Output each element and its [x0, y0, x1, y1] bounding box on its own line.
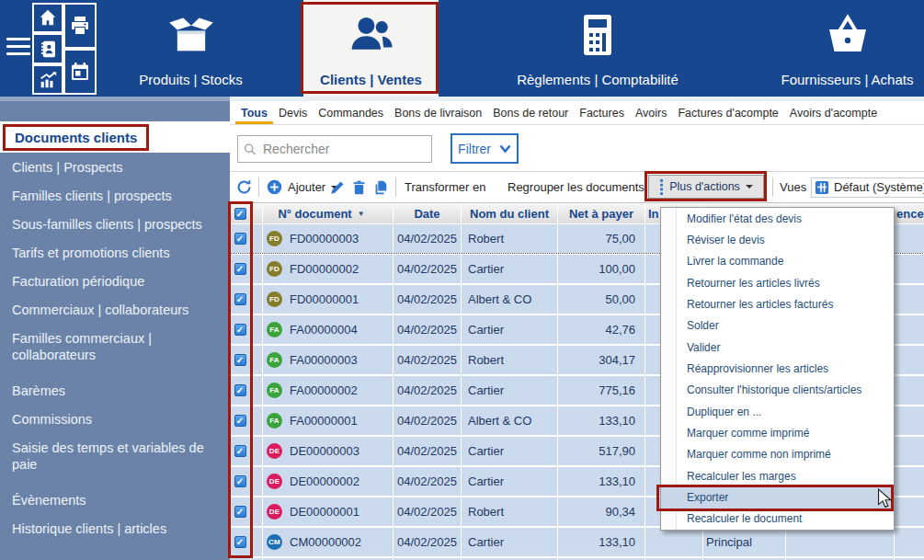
- doc-number-text: DE00000003: [290, 444, 359, 458]
- refresh-icon: [235, 178, 253, 196]
- menu-item-exporter[interactable]: Exporter: [661, 486, 894, 508]
- cell-doc-number: DEDE00000003: [263, 437, 394, 465]
- menu-item-recalculer-le-document[interactable]: Recalculer le document: [661, 509, 894, 530]
- tab-factures[interactable]: Factures: [574, 101, 630, 124]
- row-checkbox[interactable]: [234, 354, 246, 366]
- statistics-button[interactable]: [32, 64, 63, 95]
- mouse-cursor: [875, 488, 895, 509]
- menu-item-dupliquer-en[interactable]: Dupliquer en ...: [661, 401, 894, 422]
- sidebar-item-facturation-periodique[interactable]: Facturation périodique: [0, 267, 230, 295]
- contacts-button[interactable]: [32, 33, 63, 64]
- group-documents-button[interactable]: Regrouper les documents: [508, 173, 645, 201]
- cell-client: Robert: [462, 224, 558, 253]
- delete-button[interactable]: [351, 173, 367, 201]
- nav-module-label: Règlements | Comptabilité: [517, 72, 679, 87]
- nav-module-produits-stocks[interactable]: Produits | Stocks: [120, 0, 262, 97]
- nav-module-clients-ventes[interactable]: Clients | Ventes: [303, 0, 439, 97]
- hamburger-menu-icon[interactable]: [6, 38, 30, 58]
- sidebar-item-tarifs-et-promotions-clients[interactable]: Tarifs et promotions clients: [0, 238, 230, 267]
- tab-avoirs[interactable]: Avoirs: [630, 101, 673, 124]
- row-checkbox[interactable]: [234, 324, 246, 336]
- print-button[interactable]: [63, 3, 97, 49]
- sidebar-item-documents-clients[interactable]: Documents clients: [0, 121, 230, 153]
- row-checkbox[interactable]: [234, 445, 246, 457]
- menu-item-reapprovisionner-les-articles[interactable]: Réapprovisionner les articles: [661, 358, 894, 379]
- cell-date: 04/02/2025: [394, 497, 462, 526]
- menu-item-marquer-comme-non-imprime[interactable]: Marquer comme non imprimé: [661, 444, 894, 465]
- sidebar-item-commissions[interactable]: Commissions: [0, 405, 230, 433]
- cell-doc-number: FAFA00000001: [263, 406, 394, 435]
- search-input[interactable]: [261, 141, 431, 157]
- row-checkbox[interactable]: [234, 293, 246, 305]
- cell-indent: [251, 437, 263, 465]
- doc-type-badge: FA: [267, 352, 282, 368]
- tab-factures-d-acompte[interactable]: Factures d'acompte: [672, 101, 783, 124]
- sidebar-item-baremes[interactable]: Barèmes: [0, 376, 230, 405]
- home-button[interactable]: [32, 3, 63, 33]
- sidebar-item-commerciaux-collaborateurs[interactable]: Commerciaux | collaborateurs: [0, 295, 230, 324]
- header-date[interactable]: Date: [394, 203, 462, 223]
- address-book-icon: [39, 40, 58, 59]
- menu-item-reviser-le-devis[interactable]: Réviser le devis: [661, 229, 894, 250]
- menu-item-livrer-la-commande[interactable]: Livrer la commande: [661, 251, 894, 272]
- sidebar-item-historique-clients-articles[interactable]: Historique clients | articles: [0, 514, 230, 543]
- sidebar-item-familles-commerciaux-collaborateurs[interactable]: Familles commerciaux | collaborateurs: [0, 324, 230, 369]
- calendar-button[interactable]: [63, 49, 97, 95]
- select-all-checkbox[interactable]: [230, 203, 251, 223]
- document-tabs: TousDevisCommandesBons de livraisonBons …: [230, 101, 924, 125]
- cell-client: Albert & CO: [462, 285, 558, 314]
- menu-item-retourner-les-articles-factures[interactable]: Retourner les articles facturés: [661, 293, 894, 314]
- menu-item-valider[interactable]: Valider: [661, 337, 894, 358]
- tab-avoirs-d-acompte[interactable]: Avoirs d'acompte: [784, 101, 883, 124]
- duplicate-button[interactable]: [372, 173, 389, 201]
- sidebar-item-clients-prospects[interactable]: Clients | Prospects: [0, 153, 230, 181]
- header-fragment-right[interactable]: ence: [895, 203, 924, 223]
- search-box[interactable]: [237, 135, 432, 163]
- tab-bons-de-livraison[interactable]: Bons de livraison: [389, 101, 487, 124]
- row-checkbox[interactable]: [234, 384, 246, 396]
- tab-devis[interactable]: Devis: [273, 101, 313, 124]
- table-row[interactable]: CMCM0000000204/02/2025Cartier133,10Princ…: [230, 528, 924, 556]
- view-selector[interactable]: Défaut (Système): [811, 173, 924, 201]
- edit-button[interactable]: [329, 173, 346, 201]
- row-checkbox[interactable]: [234, 233, 246, 245]
- menu-item-modifier-l-etat-des-devis[interactable]: Modifier l'état des devis: [661, 208, 894, 229]
- more-actions-button[interactable]: Plus d'actions: [648, 175, 764, 199]
- transform-button[interactable]: Transformer en: [405, 173, 485, 201]
- cell-select: [230, 224, 251, 253]
- row-checkbox[interactable]: [234, 263, 246, 275]
- tab-commandes[interactable]: Commandes: [313, 101, 389, 124]
- divider: [395, 177, 396, 197]
- header-net[interactable]: Net à payer: [558, 203, 645, 223]
- tab-bons-de-retour[interactable]: Bons de retour: [487, 101, 574, 124]
- sidebar-item-saisie-des-temps-et-variables-de-paie[interactable]: Saisie des temps et variables de paie: [0, 433, 230, 478]
- views-label: Vues: [780, 173, 806, 201]
- cell-client: Robert: [462, 346, 558, 374]
- row-checkbox[interactable]: [234, 415, 246, 427]
- nav-module-fournisseurs-achats[interactable]: Fournisseurs | Achats: [770, 0, 924, 97]
- menu-item-recalculer-les-marges[interactable]: Recalculer les marges: [661, 465, 894, 486]
- sidebar-item-familles-clients-prospects[interactable]: Familles clients | prospects: [0, 181, 230, 210]
- row-checkbox[interactable]: [234, 506, 246, 518]
- menu-item-marquer-comme-imprime[interactable]: Marquer comme imprimé: [661, 422, 894, 443]
- nav-module-reglements-comptabilite[interactable]: Règlements | Comptabilité: [510, 0, 685, 97]
- sidebar: Documents clientsClients | ProspectsFami…: [0, 101, 230, 560]
- menu-item-solder[interactable]: Solder: [661, 315, 894, 337]
- doc-type-badge: DE: [267, 504, 282, 520]
- cell-net: 75,00: [558, 224, 645, 253]
- sidebar-item-evenements[interactable]: Évènements: [0, 486, 230, 514]
- more-actions-label: Plus d'actions: [669, 180, 740, 193]
- tab-tous[interactable]: Tous: [235, 101, 273, 124]
- header-doc-number[interactable]: N° document▼: [263, 203, 394, 223]
- menu-item-consulter-l-historique-clients-articles[interactable]: Consulter l'historique clients/articles: [661, 380, 894, 401]
- menu-item-retourner-les-articles-livres[interactable]: Retourner les articles livrés: [661, 272, 894, 293]
- add-button[interactable]: Ajouter: [267, 173, 338, 201]
- row-checkbox[interactable]: [234, 536, 246, 548]
- cell-doc-number: FAFA00000004: [263, 315, 394, 344]
- filter-button[interactable]: Filtrer: [451, 133, 519, 164]
- refresh-button[interactable]: [235, 173, 253, 201]
- header-client[interactable]: Nom du client: [462, 203, 558, 223]
- sidebar-item-sous-familles-clients-prospects[interactable]: Sous-familles clients | prospects: [0, 210, 230, 238]
- header-indent: [251, 203, 263, 223]
- row-checkbox[interactable]: [234, 475, 246, 487]
